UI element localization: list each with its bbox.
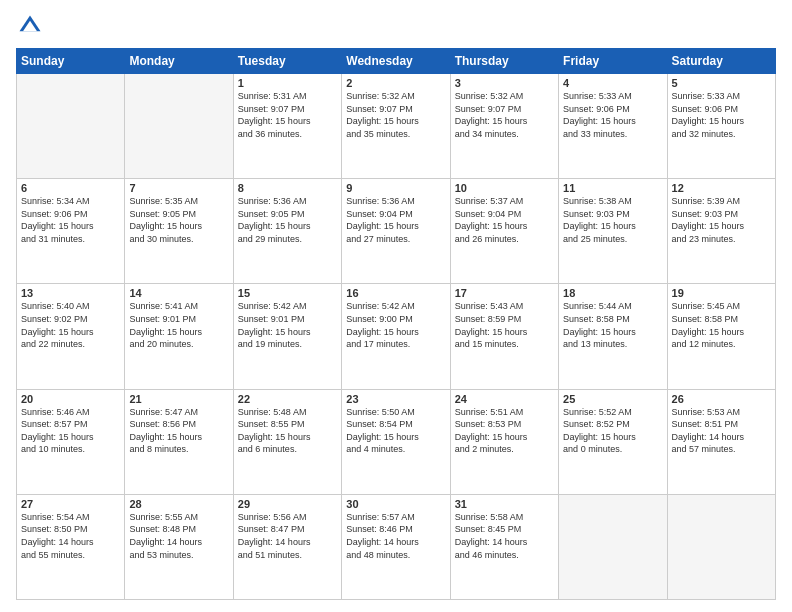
day-cell — [17, 74, 125, 179]
week-row-4: 20Sunrise: 5:46 AMSunset: 8:57 PMDayligh… — [17, 389, 776, 494]
day-cell: 9Sunrise: 5:36 AMSunset: 9:04 PMDaylight… — [342, 179, 450, 284]
day-cell: 28Sunrise: 5:55 AMSunset: 8:48 PMDayligh… — [125, 494, 233, 599]
col-header-thursday: Thursday — [450, 49, 558, 74]
day-info: Sunrise: 5:48 AMSunset: 8:55 PMDaylight:… — [238, 406, 337, 456]
col-header-sunday: Sunday — [17, 49, 125, 74]
day-cell: 29Sunrise: 5:56 AMSunset: 8:47 PMDayligh… — [233, 494, 341, 599]
day-cell: 15Sunrise: 5:42 AMSunset: 9:01 PMDayligh… — [233, 284, 341, 389]
day-number: 31 — [455, 498, 554, 510]
col-header-friday: Friday — [559, 49, 667, 74]
day-cell: 6Sunrise: 5:34 AMSunset: 9:06 PMDaylight… — [17, 179, 125, 284]
logo — [16, 12, 48, 40]
day-info: Sunrise: 5:52 AMSunset: 8:52 PMDaylight:… — [563, 406, 662, 456]
day-info: Sunrise: 5:46 AMSunset: 8:57 PMDaylight:… — [21, 406, 120, 456]
day-info: Sunrise: 5:33 AMSunset: 9:06 PMDaylight:… — [672, 90, 771, 140]
day-number: 11 — [563, 182, 662, 194]
day-cell: 12Sunrise: 5:39 AMSunset: 9:03 PMDayligh… — [667, 179, 775, 284]
day-number: 9 — [346, 182, 445, 194]
day-info: Sunrise: 5:50 AMSunset: 8:54 PMDaylight:… — [346, 406, 445, 456]
day-cell: 3Sunrise: 5:32 AMSunset: 9:07 PMDaylight… — [450, 74, 558, 179]
day-info: Sunrise: 5:32 AMSunset: 9:07 PMDaylight:… — [455, 90, 554, 140]
col-header-wednesday: Wednesday — [342, 49, 450, 74]
header — [16, 12, 776, 40]
day-number: 28 — [129, 498, 228, 510]
page: SundayMondayTuesdayWednesdayThursdayFrid… — [0, 0, 792, 612]
day-cell — [559, 494, 667, 599]
day-info: Sunrise: 5:38 AMSunset: 9:03 PMDaylight:… — [563, 195, 662, 245]
day-number: 1 — [238, 77, 337, 89]
day-cell: 5Sunrise: 5:33 AMSunset: 9:06 PMDaylight… — [667, 74, 775, 179]
calendar-table: SundayMondayTuesdayWednesdayThursdayFrid… — [16, 48, 776, 600]
calendar-header-row: SundayMondayTuesdayWednesdayThursdayFrid… — [17, 49, 776, 74]
day-cell: 18Sunrise: 5:44 AMSunset: 8:58 PMDayligh… — [559, 284, 667, 389]
day-info: Sunrise: 5:55 AMSunset: 8:48 PMDaylight:… — [129, 511, 228, 561]
day-cell — [125, 74, 233, 179]
day-info: Sunrise: 5:58 AMSunset: 8:45 PMDaylight:… — [455, 511, 554, 561]
day-number: 24 — [455, 393, 554, 405]
day-number: 30 — [346, 498, 445, 510]
day-number: 27 — [21, 498, 120, 510]
day-info: Sunrise: 5:53 AMSunset: 8:51 PMDaylight:… — [672, 406, 771, 456]
day-cell: 8Sunrise: 5:36 AMSunset: 9:05 PMDaylight… — [233, 179, 341, 284]
day-cell: 2Sunrise: 5:32 AMSunset: 9:07 PMDaylight… — [342, 74, 450, 179]
day-number: 12 — [672, 182, 771, 194]
day-cell: 17Sunrise: 5:43 AMSunset: 8:59 PMDayligh… — [450, 284, 558, 389]
day-info: Sunrise: 5:33 AMSunset: 9:06 PMDaylight:… — [563, 90, 662, 140]
day-info: Sunrise: 5:36 AMSunset: 9:04 PMDaylight:… — [346, 195, 445, 245]
day-number: 2 — [346, 77, 445, 89]
day-cell: 10Sunrise: 5:37 AMSunset: 9:04 PMDayligh… — [450, 179, 558, 284]
day-number: 14 — [129, 287, 228, 299]
day-info: Sunrise: 5:44 AMSunset: 8:58 PMDaylight:… — [563, 300, 662, 350]
logo-icon — [16, 12, 44, 40]
week-row-3: 13Sunrise: 5:40 AMSunset: 9:02 PMDayligh… — [17, 284, 776, 389]
day-cell: 19Sunrise: 5:45 AMSunset: 8:58 PMDayligh… — [667, 284, 775, 389]
day-info: Sunrise: 5:32 AMSunset: 9:07 PMDaylight:… — [346, 90, 445, 140]
day-info: Sunrise: 5:45 AMSunset: 8:58 PMDaylight:… — [672, 300, 771, 350]
day-number: 25 — [563, 393, 662, 405]
day-cell: 7Sunrise: 5:35 AMSunset: 9:05 PMDaylight… — [125, 179, 233, 284]
day-info: Sunrise: 5:42 AMSunset: 9:00 PMDaylight:… — [346, 300, 445, 350]
day-number: 15 — [238, 287, 337, 299]
day-cell: 16Sunrise: 5:42 AMSunset: 9:00 PMDayligh… — [342, 284, 450, 389]
day-info: Sunrise: 5:51 AMSunset: 8:53 PMDaylight:… — [455, 406, 554, 456]
day-number: 22 — [238, 393, 337, 405]
day-number: 23 — [346, 393, 445, 405]
day-number: 29 — [238, 498, 337, 510]
col-header-saturday: Saturday — [667, 49, 775, 74]
day-cell: 24Sunrise: 5:51 AMSunset: 8:53 PMDayligh… — [450, 389, 558, 494]
day-cell: 14Sunrise: 5:41 AMSunset: 9:01 PMDayligh… — [125, 284, 233, 389]
day-info: Sunrise: 5:40 AMSunset: 9:02 PMDaylight:… — [21, 300, 120, 350]
day-number: 10 — [455, 182, 554, 194]
day-info: Sunrise: 5:34 AMSunset: 9:06 PMDaylight:… — [21, 195, 120, 245]
day-info: Sunrise: 5:47 AMSunset: 8:56 PMDaylight:… — [129, 406, 228, 456]
day-info: Sunrise: 5:57 AMSunset: 8:46 PMDaylight:… — [346, 511, 445, 561]
day-info: Sunrise: 5:37 AMSunset: 9:04 PMDaylight:… — [455, 195, 554, 245]
day-cell: 4Sunrise: 5:33 AMSunset: 9:06 PMDaylight… — [559, 74, 667, 179]
day-cell: 22Sunrise: 5:48 AMSunset: 8:55 PMDayligh… — [233, 389, 341, 494]
day-cell: 20Sunrise: 5:46 AMSunset: 8:57 PMDayligh… — [17, 389, 125, 494]
day-info: Sunrise: 5:54 AMSunset: 8:50 PMDaylight:… — [21, 511, 120, 561]
day-cell: 31Sunrise: 5:58 AMSunset: 8:45 PMDayligh… — [450, 494, 558, 599]
day-cell: 23Sunrise: 5:50 AMSunset: 8:54 PMDayligh… — [342, 389, 450, 494]
day-number: 5 — [672, 77, 771, 89]
day-number: 8 — [238, 182, 337, 194]
day-cell: 13Sunrise: 5:40 AMSunset: 9:02 PMDayligh… — [17, 284, 125, 389]
day-info: Sunrise: 5:36 AMSunset: 9:05 PMDaylight:… — [238, 195, 337, 245]
day-info: Sunrise: 5:41 AMSunset: 9:01 PMDaylight:… — [129, 300, 228, 350]
day-number: 7 — [129, 182, 228, 194]
week-row-5: 27Sunrise: 5:54 AMSunset: 8:50 PMDayligh… — [17, 494, 776, 599]
day-number: 4 — [563, 77, 662, 89]
day-cell: 25Sunrise: 5:52 AMSunset: 8:52 PMDayligh… — [559, 389, 667, 494]
day-number: 18 — [563, 287, 662, 299]
day-cell — [667, 494, 775, 599]
day-cell: 11Sunrise: 5:38 AMSunset: 9:03 PMDayligh… — [559, 179, 667, 284]
day-cell: 26Sunrise: 5:53 AMSunset: 8:51 PMDayligh… — [667, 389, 775, 494]
col-header-monday: Monday — [125, 49, 233, 74]
day-cell: 21Sunrise: 5:47 AMSunset: 8:56 PMDayligh… — [125, 389, 233, 494]
day-info: Sunrise: 5:56 AMSunset: 8:47 PMDaylight:… — [238, 511, 337, 561]
day-number: 3 — [455, 77, 554, 89]
day-info: Sunrise: 5:39 AMSunset: 9:03 PMDaylight:… — [672, 195, 771, 245]
day-number: 6 — [21, 182, 120, 194]
day-number: 13 — [21, 287, 120, 299]
day-info: Sunrise: 5:42 AMSunset: 9:01 PMDaylight:… — [238, 300, 337, 350]
